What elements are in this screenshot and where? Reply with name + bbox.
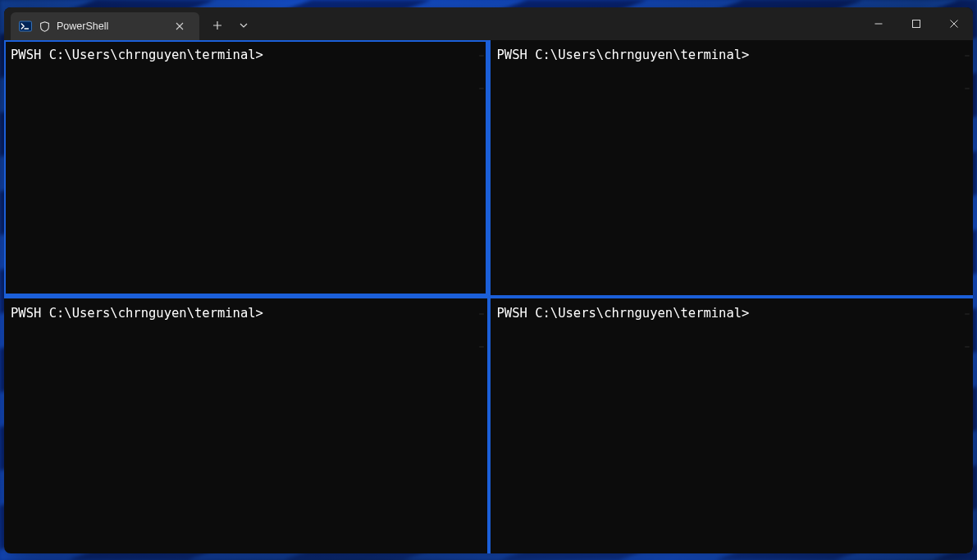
maximize-icon	[912, 20, 920, 28]
close-icon	[176, 22, 184, 30]
terminal-pane-top-left[interactable]: PWSH C:\Users\chrnguyen\terminal>	[4, 40, 487, 295]
new-tab-dropdown-button[interactable]	[231, 12, 257, 39]
scrollbar-hint	[965, 88, 970, 89]
admin-shield-icon	[39, 20, 50, 32]
scrollbar-hint	[965, 55, 970, 57]
scrollbar-hint	[479, 346, 484, 348]
svg-rect-7	[913, 20, 920, 28]
scrollbar-hint	[479, 88, 484, 89]
maximize-button[interactable]	[897, 7, 935, 40]
prompt-line: PWSH C:\Users\chrnguyen\terminal>	[11, 305, 479, 322]
scrollbar-hint	[479, 313, 484, 315]
terminal-pane-bottom-right[interactable]: PWSH C:\Users\chrnguyen\terminal>	[491, 298, 974, 553]
title-bar: PowerShell	[4, 7, 973, 40]
tab-title: PowerShell	[57, 20, 163, 32]
minimize-button[interactable]	[860, 7, 897, 40]
minimize-icon	[874, 20, 883, 28]
tab-actions	[204, 7, 257, 40]
tab-close-button[interactable]	[170, 16, 189, 36]
scrollbar-hint	[965, 346, 970, 348]
scrollbar-hint	[479, 55, 484, 57]
window-controls	[860, 7, 973, 40]
tab-powershell[interactable]: PowerShell	[11, 12, 199, 40]
scrollbar-hint	[965, 313, 970, 315]
svg-rect-0	[20, 21, 32, 31]
chevron-down-icon	[240, 21, 248, 30]
window-close-button[interactable]	[935, 7, 973, 40]
terminal-pane-grid: PWSH C:\Users\chrnguyen\terminal> PWSH C…	[4, 40, 973, 553]
tabs-area: PowerShell	[4, 7, 199, 40]
powershell-icon	[19, 20, 32, 33]
new-tab-button[interactable]	[204, 12, 231, 39]
plus-icon	[212, 20, 222, 30]
terminal-pane-top-right[interactable]: PWSH C:\Users\chrnguyen\terminal>	[491, 40, 974, 295]
close-icon	[950, 20, 958, 28]
terminal-window: PowerShell	[4, 7, 973, 553]
prompt-line: PWSH C:\Users\chrnguyen\terminal>	[497, 305, 966, 322]
prompt-line: PWSH C:\Users\chrnguyen\terminal>	[11, 47, 479, 64]
terminal-pane-bottom-left[interactable]: PWSH C:\Users\chrnguyen\terminal>	[4, 298, 487, 553]
prompt-line: PWSH C:\Users\chrnguyen\terminal>	[497, 47, 966, 64]
